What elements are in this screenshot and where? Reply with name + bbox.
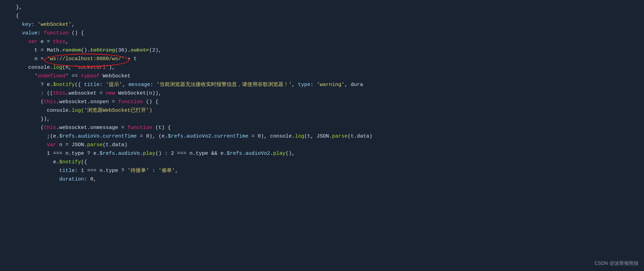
code-line: }), (0, 115, 644, 124)
code-line: title: 1 === n.type ? '待接单' : '催单', (0, 167, 644, 175)
code-line: console.log(n, 'socketUrl'), (0, 64, 644, 72)
code-line: duration: 0, (0, 175, 644, 184)
code-line: (this.websocket.onmessage = function (t)… (0, 124, 644, 132)
code-line: (this.websocket.onopen = function () { (0, 98, 644, 107)
code-line: console.log('浏览器WebSocket已打开') (0, 107, 644, 115)
code-editor: }, { key: 'webSocket', value: function (… (0, 0, 644, 271)
code-line: 'undefined' == typeof WebSocket (0, 72, 644, 81)
watermark: CSDN @波斯顿熊猫 (594, 259, 638, 267)
code-line: value: function () { (0, 29, 644, 38)
code-line: }, (0, 3, 644, 12)
code-line: 1 === n.type ? e.$refs.audioVo.play() : … (0, 150, 644, 158)
code-line: { (0, 12, 644, 21)
code-line: key: 'webSocket', (0, 21, 644, 29)
code-line: e.$notify({ (0, 158, 644, 167)
code-line: : ((this.websocket = new WebSocket(n)), (0, 89, 644, 98)
code-line: var e = this, (0, 38, 644, 46)
code-line: n = 'ws://localhost:8080/ws/' + t (0, 55, 644, 64)
code-line: ;(e.$refs.audioVo.currentTime = 0), (e.$… (0, 132, 644, 141)
code-line: var n = JSON.parse(t.data) (0, 141, 644, 150)
code-line: t = Math.random().toString(36).substr(2)… (0, 46, 644, 55)
code-line: ? e.$notify({ title: '提示', message: '当前浏… (0, 81, 644, 89)
